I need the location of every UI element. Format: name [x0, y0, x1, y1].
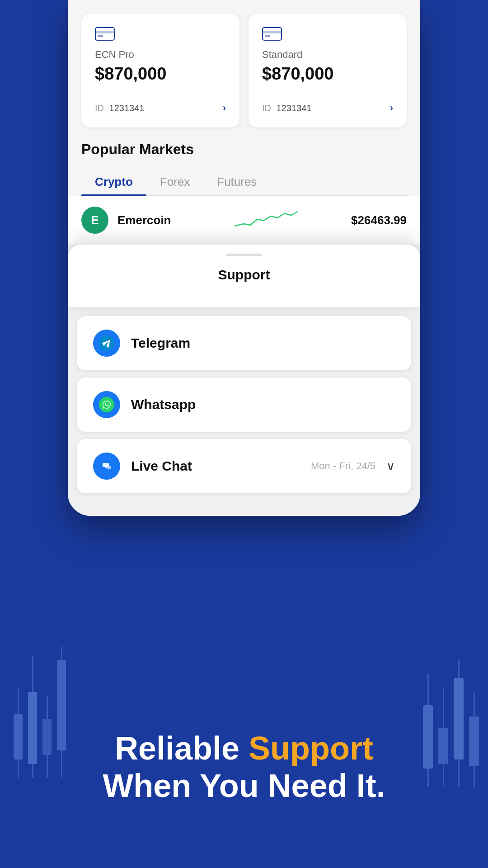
accounts-section: ECN Pro $870,000 ID 1231341 › Standard [68, 0, 420, 127]
sheet-bottom-padding [68, 502, 420, 516]
tab-crypto[interactable]: Crypto [81, 169, 146, 195]
svg-rect-2 [98, 35, 103, 37]
chevron-right-ecn[interactable]: › [223, 102, 226, 114]
card-divider-ecn [95, 93, 226, 93]
tagline-highlight: Support [249, 730, 373, 766]
svg-point-7 [99, 397, 114, 412]
support-telegram-button[interactable]: Telegram [77, 316, 411, 370]
crypto-logo-emercoin: E [81, 207, 108, 234]
tagline-line2: When You Need It. [27, 767, 461, 805]
crypto-row-emercoin[interactable]: E Emercoin $26463.99 [68, 196, 420, 245]
phone-screen: ECN Pro $870,000 ID 1231341 › Standard [68, 0, 420, 516]
whatsapp-icon-bg [93, 391, 120, 418]
tab-futures[interactable]: Futures [203, 169, 270, 195]
card-id-standard: ID 1231341 › [262, 102, 393, 114]
account-type-standard: Standard [262, 49, 393, 61]
tagline-section: Reliable Support When You Need It. [0, 730, 488, 805]
account-card-ecn: ECN Pro $870,000 ID 1231341 › [81, 14, 239, 127]
card-icon-standard [262, 27, 393, 42]
support-sheet: Support [68, 245, 420, 307]
account-type-ecn: ECN Pro [95, 49, 226, 61]
svg-rect-5 [265, 35, 270, 37]
markets-tabs: Crypto Forex Futures [81, 169, 407, 196]
telegram-icon-bg [93, 330, 120, 357]
support-whatsapp-button[interactable]: Whatsapp [77, 377, 411, 432]
phone-mockup: ECN Pro $870,000 ID 1231341 › Standard [68, 0, 420, 516]
support-title: Support [81, 267, 407, 283]
account-amount-ecn: $870,000 [95, 64, 226, 84]
crypto-price: $26463.99 [351, 213, 407, 227]
tab-forex[interactable]: Forex [146, 169, 203, 195]
livechat-icon-bg [93, 453, 120, 480]
livechat-chevron-icon: ∨ [386, 459, 395, 473]
chevron-right-standard[interactable]: › [390, 102, 393, 114]
svg-point-6 [99, 335, 114, 351]
tagline-line1: Reliable Support [27, 730, 461, 767]
livechat-label: Live Chat [131, 458, 293, 474]
card-divider-standard [262, 93, 393, 93]
markets-title: Popular Markets [81, 141, 407, 158]
card-icon-ecn [95, 27, 226, 42]
svg-rect-0 [95, 28, 114, 40]
support-livechat-button[interactable]: Live Chat Mon - Fri, 24/5 ∨ [77, 439, 411, 493]
telegram-label: Telegram [131, 335, 395, 351]
svg-rect-3 [263, 28, 282, 40]
card-id-ecn: ID 1231341 › [95, 102, 226, 114]
account-amount-standard: $870,000 [262, 64, 393, 84]
livechat-hours: Mon - Fri, 24/5 [311, 460, 375, 472]
support-options-list: Telegram Whatsapp [68, 307, 420, 502]
svg-rect-4 [263, 31, 282, 33]
whatsapp-label: Whatsapp [131, 397, 395, 412]
account-card-standard: Standard $870,000 ID 1231341 › [249, 14, 407, 127]
crypto-name: Emercoin [117, 213, 225, 227]
crypto-chart [235, 208, 343, 232]
markets-section: Popular Markets Crypto Forex Futures [68, 127, 420, 196]
sheet-handle[interactable] [226, 254, 262, 256]
svg-rect-1 [95, 31, 114, 33]
